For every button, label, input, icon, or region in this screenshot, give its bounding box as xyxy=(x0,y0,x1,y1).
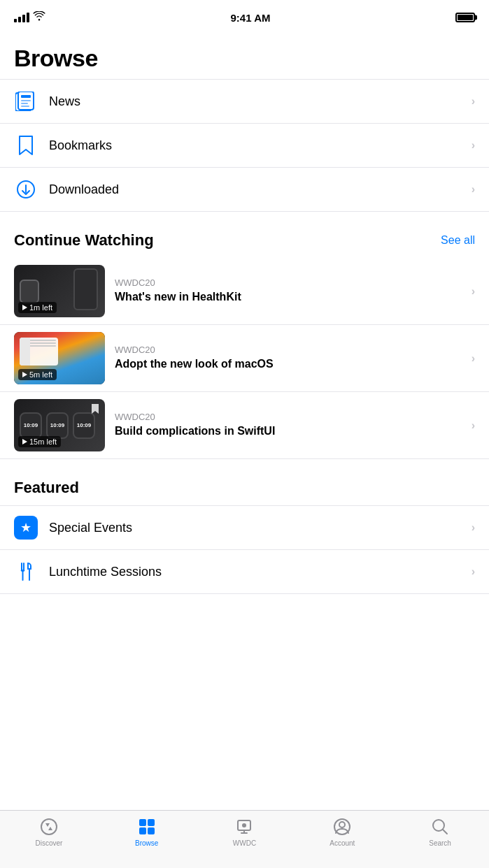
macos-time-badge: 5m left xyxy=(18,369,57,380)
tab-wwdc[interactable]: WWDC xyxy=(196,816,294,847)
macos-series: WWDC20 xyxy=(115,345,472,355)
svg-rect-12 xyxy=(139,819,146,826)
healthkit-series: WWDC20 xyxy=(115,277,472,288)
bookmarks-chevron: › xyxy=(472,139,475,152)
healthkit-time-badge: 1m left xyxy=(18,302,57,313)
svg-rect-15 xyxy=(148,827,155,834)
video-item-macos[interactable]: 5m left WWDC20 Adopt the new look of mac… xyxy=(0,325,489,392)
bookmark-badge xyxy=(91,403,99,417)
healthkit-title: What's new in HealthKit xyxy=(115,290,472,305)
video-item-swiftui[interactable]: 10:09 10:09 10:09 15m left WWDC xyxy=(0,392,489,459)
macos-info: WWDC20 Adopt the new look of macOS xyxy=(115,345,472,372)
watch-mockup xyxy=(20,280,39,303)
bookmarks-label: Bookmarks xyxy=(49,138,472,153)
swiftui-series: WWDC20 xyxy=(115,412,472,422)
swiftui-chevron: › xyxy=(472,419,475,432)
swiftui-title: Build complications in SwiftUI xyxy=(115,424,472,439)
lunchtime-label: Lunchtime Sessions xyxy=(49,565,472,579)
browse-bookmarks-item[interactable]: Bookmarks › xyxy=(0,124,489,168)
svg-point-19 xyxy=(242,823,246,827)
featured-title: Featured xyxy=(14,479,79,497)
signal-bar-4 xyxy=(27,13,29,22)
news-chevron: › xyxy=(472,95,475,108)
wifi-icon xyxy=(33,11,45,24)
star-icon: ★ xyxy=(14,516,38,540)
browse-news-item[interactable]: News › xyxy=(0,80,489,124)
tab-discover[interactable]: Discover xyxy=(0,816,98,847)
svg-point-11 xyxy=(41,819,57,834)
svg-rect-14 xyxy=(139,827,146,834)
browse-icon xyxy=(136,816,157,837)
see-all-button[interactable]: See all xyxy=(441,234,475,247)
healthkit-chevron: › xyxy=(472,285,475,298)
signal-bar-1 xyxy=(14,19,17,22)
macos-thumbnail: 5m left xyxy=(14,332,105,384)
special-events-item[interactable]: ★ Special Events › xyxy=(0,506,489,550)
svg-rect-4 xyxy=(21,103,28,104)
status-time: 9:41 AM xyxy=(231,12,271,24)
signal-bar-2 xyxy=(18,17,21,22)
tab-search[interactable]: Search xyxy=(391,816,489,847)
continue-watching-header: Continue Watching See all xyxy=(0,212,489,258)
svg-point-21 xyxy=(339,822,345,827)
search-icon xyxy=(430,816,451,837)
play-icon-2 xyxy=(22,372,27,377)
macos-title: Adopt the new look of macOS xyxy=(115,357,472,372)
tab-browse[interactable]: Browse xyxy=(98,816,196,847)
compass-icon xyxy=(38,816,59,837)
signal-bar-3 xyxy=(22,15,25,22)
tab-account[interactable]: Account xyxy=(293,816,391,847)
svg-rect-2 xyxy=(21,95,31,98)
downloaded-chevron: › xyxy=(472,183,475,196)
tab-bar: Discover Browse WWDC xyxy=(0,810,489,868)
news-icon xyxy=(14,89,38,113)
lunchtime-item[interactable]: Lunchtime Sessions › xyxy=(0,550,489,594)
video-item-healthkit[interactable]: 1m left WWDC20 What's new in HealthKit › xyxy=(0,258,489,325)
healthkit-info: WWDC20 What's new in HealthKit xyxy=(115,277,472,305)
status-bar: 9:41 AM xyxy=(0,0,489,31)
swiftui-thumbnail: 10:09 10:09 10:09 15m left xyxy=(14,399,105,451)
cutlery-icon xyxy=(14,560,38,584)
battery-fill xyxy=(458,15,473,20)
signal-bars xyxy=(14,13,29,22)
watch-face-1: 10:09 xyxy=(20,412,42,439)
special-events-label: Special Events xyxy=(49,521,472,535)
browse-list: News › Bookmarks › Downloaded › xyxy=(0,79,489,212)
continue-watching-title: Continue Watching xyxy=(14,231,154,249)
tab-discover-label: Discover xyxy=(35,839,62,847)
tab-wwdc-label: WWDC xyxy=(233,839,256,847)
play-icon xyxy=(22,305,27,310)
phone-mockup xyxy=(73,268,98,310)
page-title: Browse xyxy=(0,31,489,79)
status-left xyxy=(14,11,45,24)
special-events-chevron: › xyxy=(472,521,475,534)
battery-icon xyxy=(455,13,475,22)
tab-browse-label: Browse xyxy=(135,839,158,847)
download-icon xyxy=(14,178,38,201)
status-right xyxy=(455,13,475,22)
account-icon xyxy=(332,816,353,837)
play-icon-3 xyxy=(22,439,27,444)
macos-window xyxy=(20,338,58,366)
tab-search-label: Search xyxy=(429,839,451,847)
star-symbol: ★ xyxy=(20,520,31,535)
macos-sidebar xyxy=(20,338,30,366)
swiftui-time-badge: 15m left xyxy=(18,436,61,447)
svg-rect-13 xyxy=(148,819,155,826)
watch-face-2: 10:09 xyxy=(46,412,69,439)
healthkit-thumbnail: 1m left xyxy=(14,265,105,317)
browse-downloaded-item[interactable]: Downloaded › xyxy=(0,168,489,212)
star-circle: ★ xyxy=(14,516,38,540)
swiftui-info: WWDC20 Build complications in SwiftUI xyxy=(115,412,472,439)
svg-rect-5 xyxy=(21,106,29,107)
macos-chevron: › xyxy=(472,352,475,365)
news-label: News xyxy=(49,94,472,109)
svg-line-23 xyxy=(443,830,447,834)
svg-rect-3 xyxy=(21,100,31,101)
tab-account-label: Account xyxy=(329,839,355,847)
lunchtime-chevron: › xyxy=(472,565,475,578)
wwdc-icon xyxy=(234,816,255,837)
downloaded-label: Downloaded xyxy=(49,182,472,197)
featured-header: Featured xyxy=(0,459,489,505)
featured-list: ★ Special Events › Lunchtime Sessions › xyxy=(0,505,489,594)
